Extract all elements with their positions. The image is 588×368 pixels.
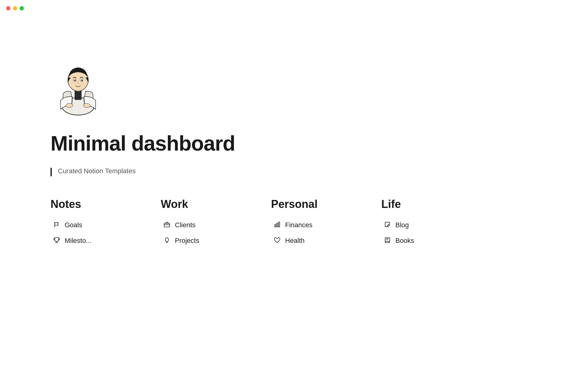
column-life-items: Blog Books — [381, 218, 467, 248]
svg-rect-10 — [164, 223, 170, 227]
svg-point-5 — [74, 80, 76, 81]
briefcase-icon — [163, 221, 171, 229]
menu-item-milestones[interactable]: Milesto... — [51, 234, 136, 248]
column-work: Work Clients — [161, 198, 247, 248]
column-personal-items: Finances Health — [271, 218, 357, 248]
avatar — [51, 55, 112, 117]
lightbulb-icon — [163, 237, 171, 245]
maximize-button[interactable] — [20, 6, 24, 10]
goals-label: Goals — [65, 221, 82, 229]
trophy-icon — [53, 237, 60, 245]
books-label: Books — [395, 237, 414, 245]
column-personal-title: Personal — [271, 198, 357, 211]
column-life: Life Blog — [381, 198, 467, 248]
menu-item-projects[interactable]: Projects — [161, 234, 247, 248]
svg-rect-11 — [275, 224, 276, 227]
quote-block: Curated Notion Templates — [51, 167, 588, 176]
health-label: Health — [285, 237, 305, 245]
flag-icon — [53, 221, 60, 229]
menu-item-health[interactable]: Health — [271, 234, 357, 248]
chart-icon — [273, 221, 281, 229]
close-button[interactable] — [6, 6, 10, 10]
svg-point-8 — [66, 103, 73, 107]
main-content: Minimal dashboard Curated Notion Templat… — [0, 0, 588, 248]
column-work-title: Work — [161, 198, 247, 211]
column-notes-items: Goals Milesto... — [51, 218, 136, 248]
menu-item-books[interactable]: Books — [381, 234, 467, 248]
svg-rect-13 — [279, 222, 280, 227]
menu-item-goals[interactable]: Goals — [51, 218, 136, 232]
column-work-items: Clients Projects — [161, 218, 247, 248]
menu-item-blog[interactable]: Blog — [381, 218, 467, 232]
column-personal: Personal Finances — [271, 198, 357, 248]
heart-icon — [273, 237, 281, 245]
svg-point-9 — [83, 103, 90, 107]
subtitle-text: Curated Notion Templates — [58, 167, 136, 175]
menu-item-clients[interactable]: Clients — [161, 218, 247, 232]
blog-label: Blog — [395, 221, 409, 229]
clients-label: Clients — [175, 221, 195, 229]
book-icon — [384, 237, 391, 245]
page-title: Minimal dashboard — [51, 132, 588, 155]
svg-point-7 — [81, 80, 83, 81]
menu-item-finances[interactable]: Finances — [271, 218, 357, 232]
quote-bar — [51, 168, 52, 176]
edit-icon — [384, 221, 391, 229]
finances-label: Finances — [285, 221, 312, 229]
dashboard-grid: Notes Goals — [51, 198, 588, 248]
minimize-button[interactable] — [13, 6, 17, 10]
svg-rect-12 — [277, 223, 278, 227]
column-notes: Notes Goals — [51, 198, 136, 248]
projects-label: Projects — [175, 237, 199, 245]
traffic-lights — [6, 6, 24, 10]
column-notes-title: Notes — [51, 198, 136, 211]
milestones-label: Milesto... — [65, 237, 92, 245]
column-life-title: Life — [381, 198, 467, 211]
